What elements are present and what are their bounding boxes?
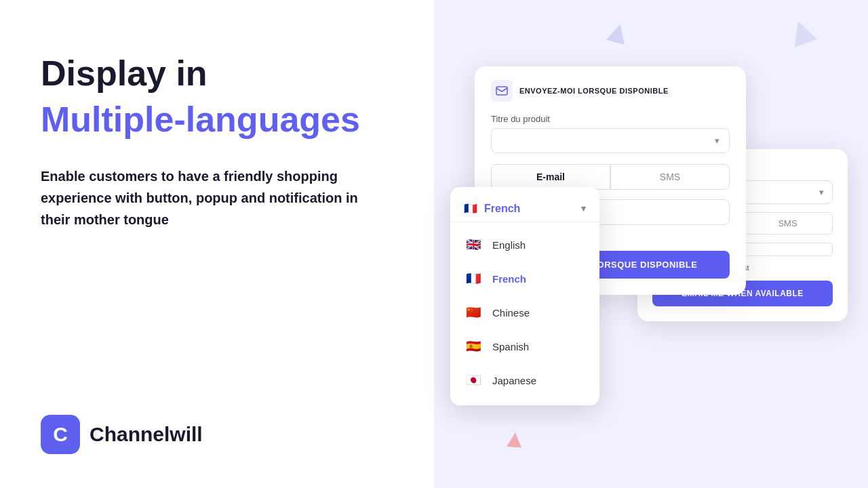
email-icon-wrapper: [491, 80, 513, 102]
tab-sms[interactable]: SMS: [610, 164, 730, 190]
lang-option-english[interactable]: 🇬🇧 English: [450, 228, 599, 262]
description-text: Enable customers to have a friendly shop…: [41, 165, 366, 230]
tab-email[interactable]: E-mail: [491, 164, 610, 190]
lang-option-spanish[interactable]: 🇪🇸 Spanish: [450, 329, 599, 363]
headline-line1: Display in: [41, 54, 393, 93]
english-flag-icon: 🇬🇧: [464, 235, 483, 254]
japanese-flag-icon: 🇯🇵: [464, 371, 483, 390]
selected-language-label: French: [484, 203, 520, 215]
svg-rect-0: [496, 87, 507, 95]
lang-option-french[interactable]: 🇫🇷 French: [450, 262, 599, 296]
lang-selector[interactable]: 🇫🇷 French ▾: [450, 195, 599, 222]
french-label: French: [492, 273, 526, 285]
eng-chevron-icon: ▾: [819, 187, 824, 197]
french-popup-title: ENVOYEZ-MOI LORSQUE DISPONIBLE: [519, 87, 669, 95]
spanish-label: Spanish: [492, 341, 529, 352]
spanish-flag-icon: 🇪🇸: [464, 337, 483, 356]
headline-line2: Multiple-languages: [41, 98, 393, 140]
french-flag-icon: 🇫🇷: [464, 269, 483, 288]
french-flag-selected: 🇫🇷: [464, 202, 477, 215]
product-select[interactable]: ▾: [491, 128, 730, 153]
right-panel: ENVOYEZ-MOI LORSQUE DISPONIBLE Titre du …: [434, 0, 868, 488]
lang-option-chinese[interactable]: 🇨🇳 Chinese: [450, 296, 599, 329]
chevron-down-icon: ▾: [715, 136, 719, 146]
email-icon: [496, 86, 508, 96]
dropdown-chevron-icon: ▾: [581, 203, 586, 214]
product-label: Titre du produit: [491, 114, 730, 124]
language-dropdown[interactable]: 🇫🇷 French ▾ 🇬🇧 English 🇫🇷 French 🇨🇳 Chin…: [450, 187, 599, 405]
english-label: English: [492, 239, 526, 251]
notification-tabs: E-mail SMS: [491, 164, 730, 190]
japanese-label: Japanese: [492, 375, 536, 386]
eng-tab-sms[interactable]: SMS: [743, 212, 833, 235]
chinese-label: Chinese: [492, 307, 530, 319]
left-panel: Display in Multiple-languages Enable cus…: [0, 0, 434, 488]
lang-option-japanese[interactable]: 🇯🇵 Japanese: [450, 363, 599, 397]
chinese-flag-icon: 🇨🇳: [464, 303, 483, 322]
french-popup-header: ENVOYEZ-MOI LORSQUE DISPONIBLE: [491, 80, 730, 102]
